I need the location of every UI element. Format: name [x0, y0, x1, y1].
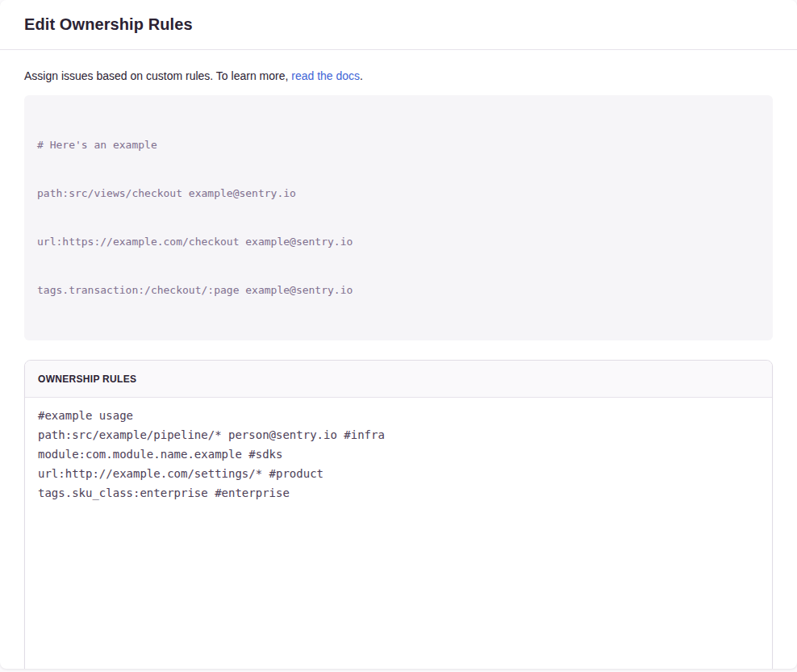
modal-title: Edit Ownership Rules: [24, 15, 193, 34]
description-text: Assign issues based on custom rules. To …: [24, 69, 291, 82]
description-suffix: .: [360, 69, 363, 82]
example-line-4: tags.transaction:/checkout/:page example…: [37, 282, 760, 298]
ownership-rules-panel-header: OWNERSHIP RULES: [25, 361, 772, 398]
modal-header: Edit Ownership Rules: [0, 0, 797, 50]
read-docs-link[interactable]: read the docs: [291, 69, 360, 82]
example-line-2: path:src/views/checkout example@sentry.i…: [37, 186, 760, 202]
example-line-3: url:https://example.com/checkout example…: [37, 234, 760, 250]
ownership-rules-panel-label: OWNERSHIP RULES: [38, 374, 136, 385]
example-code-block: # Here's an example path:src/views/check…: [24, 95, 773, 340]
ownership-rules-textarea[interactable]: #example usage path:src/example/pipeline…: [25, 398, 772, 669]
ownership-rules-panel: OWNERSHIP RULES #example usage path:src/…: [24, 360, 773, 669]
edit-ownership-rules-modal: Edit Ownership Rules Assign issues based…: [0, 0, 797, 669]
example-line-1: # Here's an example: [37, 137, 760, 153]
description: Assign issues based on custom rules. To …: [24, 69, 773, 83]
modal-body: Assign issues based on custom rules. To …: [0, 50, 797, 669]
